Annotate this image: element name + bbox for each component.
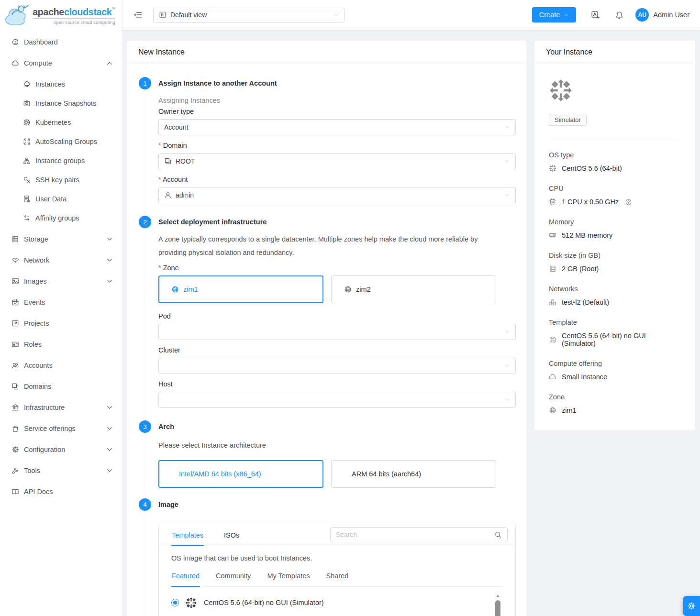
project-view-icon <box>159 11 167 19</box>
sidebar-item-label: Events <box>24 298 45 306</box>
zone-options: zim1 zim2 <box>158 275 516 303</box>
summary-value-networks: test-l2 (Default) <box>549 298 681 306</box>
filter-tab-community[interactable]: Community <box>215 569 251 586</box>
sidebar-item-affinity-groups[interactable]: Affinity groups <box>0 209 122 228</box>
view-selector[interactable]: Default view <box>153 8 345 22</box>
sidebar-item-images[interactable]: Images <box>0 272 122 291</box>
database-icon <box>11 235 19 243</box>
chevron-up-icon <box>106 59 113 67</box>
owner-type-select[interactable]: Account <box>158 119 516 135</box>
sidebar-item-events[interactable]: Events <box>0 293 122 312</box>
summary-label-disk: Disk size (in GB) <box>549 252 681 259</box>
host-select[interactable] <box>158 392 516 408</box>
sidebar-item-instance-groups[interactable]: Instance groups <box>0 151 122 170</box>
dashboard-icon <box>11 38 19 46</box>
scrollbar-up-arrow[interactable]: ▲ <box>496 593 500 599</box>
sidebar-item-kubernetes[interactable]: Kubernetes <box>0 113 122 132</box>
template-search-input[interactable] <box>336 531 490 539</box>
tab-isos[interactable]: ISOs <box>223 524 240 545</box>
sidebar-item-api-docs[interactable]: API Docs <box>0 482 122 501</box>
step-4: 4 Image Templates ISOs <box>139 498 516 616</box>
chevron-down-icon <box>106 235 113 243</box>
brand-cloudstack: cloudstack <box>64 7 111 17</box>
sidebar-item-label: Network <box>24 256 49 264</box>
chevron-down-icon <box>106 404 113 411</box>
network-icon <box>549 298 556 306</box>
org-chart-icon <box>23 157 31 165</box>
sidebar-item-compute[interactable]: Compute <box>0 54 122 73</box>
sidebar-item-service-offerings[interactable]: Service offerings <box>0 419 122 438</box>
brand-wordmark: apachecloudstack™ open source cloud comp… <box>33 7 115 25</box>
chevron-down-icon <box>106 467 113 474</box>
sidebar-item-network[interactable]: Network <box>0 251 122 270</box>
cloud-icon <box>11 59 19 67</box>
sidebar-item-projects[interactable]: Projects <box>0 314 122 333</box>
image-inner: OS image that can be used to boot Instan… <box>159 546 515 616</box>
scrollbar-thumb[interactable] <box>495 600 500 616</box>
filter-tab-my-templates[interactable]: My Templates <box>267 569 310 586</box>
sidebar-item-instances[interactable]: Instances <box>0 75 122 94</box>
summary-label-networks: Networks <box>549 285 681 293</box>
sidebar-item-label: Service offerings <box>24 425 76 432</box>
chevron-down-icon <box>504 363 510 369</box>
template-list-scrollbar[interactable]: ▲ <box>495 593 501 616</box>
cluster-select[interactable] <box>158 358 516 374</box>
brand-logo[interactable]: apachecloudstack™ open source cloud comp… <box>0 0 122 30</box>
notification-bell-icon[interactable] <box>615 11 624 20</box>
filter-tab-featured[interactable]: Featured <box>171 569 200 587</box>
sidebar-item-infrastructure[interactable]: Infrastructure <box>0 398 122 417</box>
pod-select[interactable] <box>158 324 516 340</box>
user-name[interactable]: Admin User <box>653 11 689 19</box>
domain-select[interactable]: ROOT <box>158 153 516 169</box>
arch-card-aarch64[interactable]: ARM 64 bits (aarch64) <box>331 460 496 488</box>
step-number-badge: 1 <box>139 77 151 89</box>
sidebar-item-label: Images <box>24 277 47 285</box>
sidebar-item-user-data[interactable]: User Data <box>0 189 122 209</box>
sidebar-item-storage[interactable]: Storage <box>0 230 122 249</box>
help-circle-icon[interactable] <box>625 198 632 206</box>
domain-value: ROOT <box>176 157 195 165</box>
summary-label-memory: Memory <box>549 218 681 226</box>
sidebar-item-label: Domains <box>24 383 51 390</box>
template-row-centos[interactable]: CentOS 5.6 (64-bit) no GUI (Simulator) <box>171 588 492 616</box>
filter-tab-shared[interactable]: Shared <box>326 569 349 586</box>
summary-label-compute-offering: Compute offering <box>549 360 681 367</box>
wizard-steps: 1 Assign Instance to another Account Ass… <box>127 64 526 616</box>
sidebar-item-domains[interactable]: Domains <box>0 377 122 396</box>
sidebar-item-autoscaling-groups[interactable]: AutoScaling Groups <box>0 132 122 151</box>
cloud-icon <box>549 373 556 381</box>
sidebar-item-accounts[interactable]: Accounts <box>0 356 122 375</box>
sidebar-item-instance-snapshots[interactable]: Instance Snapshots <box>0 94 122 113</box>
zone-card-zim2[interactable]: zim2 <box>331 275 496 303</box>
settings-fab[interactable] <box>683 596 700 616</box>
sidebar-item-dashboard[interactable]: Dashboard <box>0 33 122 52</box>
sidebar-item-label: Instances <box>35 80 65 88</box>
arch-description: Please select Instance architecture <box>158 439 503 452</box>
zone-card-zim1[interactable]: zim1 <box>158 275 323 303</box>
create-button[interactable]: Create <box>532 7 577 22</box>
sidebar-item-tools[interactable]: Tools <box>0 461 122 480</box>
tab-templates[interactable]: Templates <box>171 524 204 546</box>
cloudmonkey-logo-icon <box>4 3 31 28</box>
sidebar-item-roles[interactable]: Roles <box>0 335 122 354</box>
sidebar-item-label: Dashboard <box>24 38 58 46</box>
swap-icon <box>23 214 31 222</box>
new-instance-card: New Instance 1 Assign Instance to anothe… <box>127 41 526 616</box>
sidebar-item-configuration[interactable]: Configuration <box>0 440 122 459</box>
assigning-instances-label: Assigning Instances <box>158 97 516 104</box>
chevron-down-icon <box>564 12 569 18</box>
arch-card-x86-64[interactable]: Intel/AMD 64 bits (x86_64) <box>158 460 323 488</box>
step-title: Assign Instance to another Account <box>158 77 516 89</box>
avatar[interactable]: AU <box>635 8 649 22</box>
cpu-chip-icon <box>549 198 556 206</box>
owner-type-label: Owner type <box>158 108 516 115</box>
menu-fold-icon[interactable] <box>133 10 143 20</box>
summary-value-memory: 512 MB memory <box>549 231 681 239</box>
sidebar-item-ssh-key-pairs[interactable]: SSH key pairs <box>0 170 122 189</box>
language-icon[interactable] <box>591 11 600 20</box>
zone-name: zim1 <box>183 286 198 293</box>
account-select[interactable]: admin <box>158 187 516 203</box>
summary-value-template: CentOS 5.6 (64-bit) no GUI (Simulator) <box>549 332 681 347</box>
search-icon[interactable] <box>494 531 502 539</box>
radio-selected[interactable] <box>171 599 179 606</box>
